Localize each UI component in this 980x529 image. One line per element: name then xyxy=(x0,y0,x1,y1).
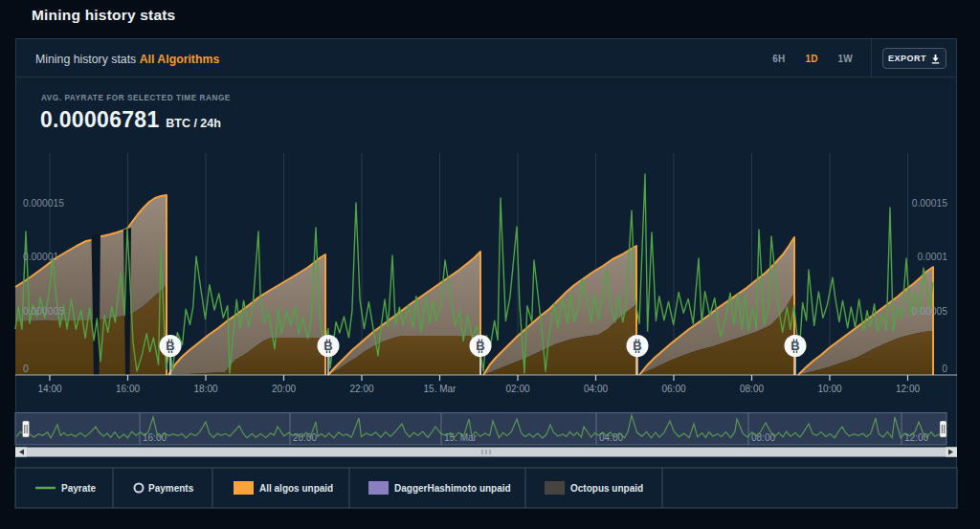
svg-text:Octopus unpaid: Octopus unpaid xyxy=(570,483,643,494)
svg-text:All algos unpaid: All algos unpaid xyxy=(259,483,333,494)
svg-text:20:00: 20:00 xyxy=(272,384,296,394)
svg-text:0.00005: 0.00005 xyxy=(912,306,947,317)
svg-text:12:00: 12:00 xyxy=(896,384,920,394)
svg-text:16:00: 16:00 xyxy=(116,384,140,394)
svg-text:B: B xyxy=(323,339,332,353)
svg-text:Payrate: Payrate xyxy=(61,483,97,494)
svg-text:0: 0 xyxy=(942,364,947,374)
svg-text:B: B xyxy=(633,339,641,353)
svg-text:18:00: 18:00 xyxy=(193,384,217,394)
svg-text:Payments: Payments xyxy=(148,483,194,494)
svg-text:06:00: 06:00 xyxy=(661,384,685,394)
svg-text:0.000005: 0.000005 xyxy=(23,306,64,317)
svg-text:0.000015: 0.000015 xyxy=(23,198,64,209)
svg-text:0.0001: 0.0001 xyxy=(918,252,948,262)
svg-text:0: 0 xyxy=(23,364,29,374)
svg-text:0.00001: 0.00001 xyxy=(23,252,58,262)
svg-text:DaggerHashimoto unpaid: DaggerHashimoto unpaid xyxy=(394,483,511,494)
svg-text:14:00: 14:00 xyxy=(37,384,61,394)
svg-text:15. Mar: 15. Mar xyxy=(424,384,457,394)
svg-text:02:00: 02:00 xyxy=(505,384,529,394)
svg-text:22:00: 22:00 xyxy=(349,384,373,394)
svg-text:10:00: 10:00 xyxy=(817,384,841,394)
svg-text:08:00: 08:00 xyxy=(740,384,764,394)
svg-text:0.00015: 0.00015 xyxy=(912,198,947,209)
svg-text:B: B xyxy=(791,339,799,353)
svg-text:04:00: 04:00 xyxy=(584,384,608,394)
svg-text:12:00: 12:00 xyxy=(904,432,928,443)
svg-text:B: B xyxy=(166,339,174,353)
svg-text:B: B xyxy=(476,339,484,353)
